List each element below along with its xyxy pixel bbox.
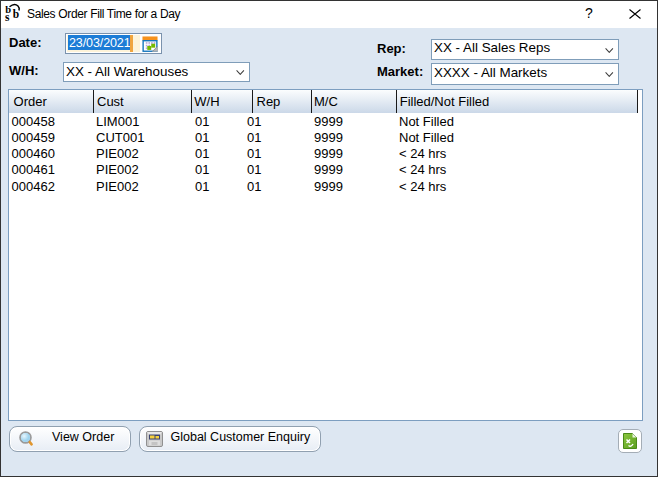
- svg-text:b: b: [13, 8, 19, 20]
- svg-text:s: s: [5, 11, 10, 23]
